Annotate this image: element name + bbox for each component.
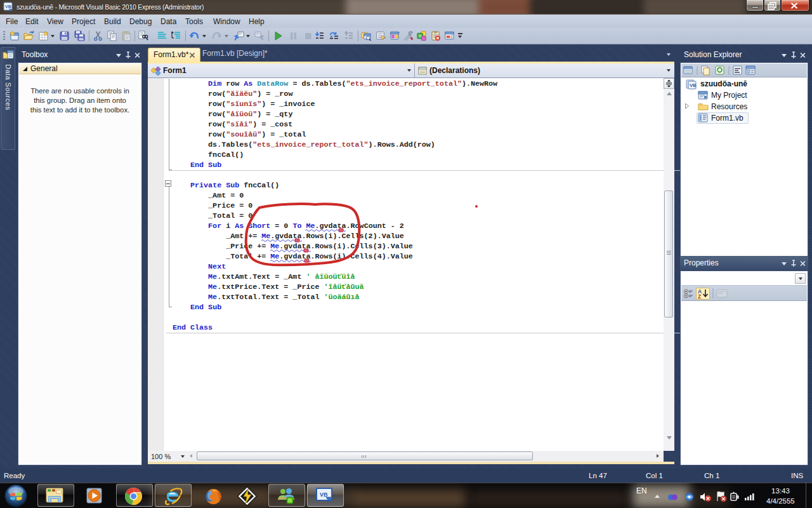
svg-text:VB: VB [320, 491, 328, 498]
svg-text:Z: Z [698, 293, 701, 300]
svg-text:VB: VB [5, 4, 11, 9]
svg-text:VB: VB [690, 83, 697, 88]
